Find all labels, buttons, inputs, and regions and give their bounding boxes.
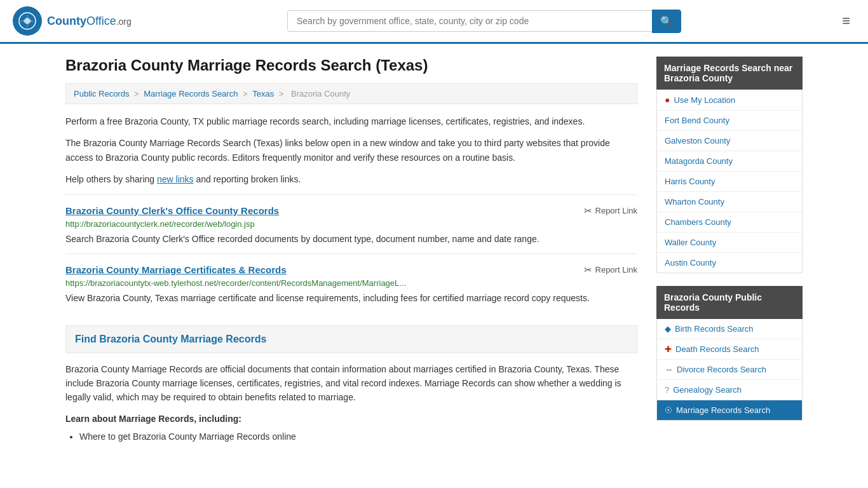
- sidebar-marriage-records[interactable]: ☉ Marriage Records Search: [657, 400, 802, 420]
- sidebar-item-matagorda[interactable]: Matagorda County: [657, 151, 802, 172]
- breadcrumb-public-records[interactable]: Public Records: [74, 89, 129, 98]
- record-link-1[interactable]: Brazoria County Marriage Certificates & …: [65, 264, 287, 275]
- record-item-header-0: Brazoria County Clerk's Office County Re…: [65, 205, 637, 217]
- sidebar-use-my-location[interactable]: ● Use My Location: [657, 90, 802, 111]
- new-links-link[interactable]: new links: [157, 174, 194, 184]
- logo-area: CountyOffice.org: [13, 6, 132, 36]
- search-button[interactable]: 🔍: [652, 10, 681, 33]
- breadcrumb-sep-3: >: [279, 89, 286, 98]
- sidebar-item-chambers[interactable]: Chambers County: [657, 212, 802, 233]
- report-link-label-0: Report Link: [595, 206, 637, 215]
- birth-icon: ◆: [665, 324, 671, 334]
- record-desc-0: Search Brazoria County Clerk's Office re…: [65, 233, 637, 246]
- sidebar-public-records-list: ◆ Birth Records Search ✚ Death Records S…: [656, 319, 803, 421]
- breadcrumb-sep-1: >: [134, 89, 141, 98]
- breadcrumb-marriage-records[interactable]: Marriage Records Search: [144, 89, 238, 98]
- desc-para-3-suffix: and reporting broken links.: [194, 174, 301, 184]
- galveston-link[interactable]: Galveston County: [665, 136, 730, 146]
- sidebar-item-austin[interactable]: Austin County: [657, 253, 802, 273]
- scissors-icon-0: ✂: [584, 205, 592, 217]
- desc-para-1: Perform a free Brazoria County, TX publi…: [65, 114, 637, 128]
- austin-link[interactable]: Austin County: [665, 258, 716, 268]
- birth-records-link[interactable]: Birth Records Search: [675, 324, 754, 334]
- location-icon: ●: [665, 95, 670, 105]
- divorce-records-link[interactable]: Divorce Records Search: [677, 365, 766, 374]
- use-my-location-link[interactable]: Use My Location: [674, 95, 735, 105]
- find-section-heading: Find Brazoria County Marriage Records: [75, 334, 628, 345]
- harris-link[interactable]: Harris County: [665, 177, 715, 186]
- find-section: Find Brazoria County Marriage Records: [65, 325, 637, 353]
- sidebar-item-galveston[interactable]: Galveston County: [657, 131, 802, 151]
- logo-text: CountyOffice.org: [47, 15, 132, 28]
- wharton-link[interactable]: Wharton County: [665, 197, 724, 207]
- sidebar-item-waller[interactable]: Waller County: [657, 233, 802, 253]
- sidebar-item-wharton[interactable]: Wharton County: [657, 192, 802, 212]
- search-icon: 🔍: [660, 16, 673, 27]
- sidebar-birth-records[interactable]: ◆ Birth Records Search: [657, 319, 802, 339]
- learn-heading: Learn about Marriage Records, including:: [65, 414, 637, 424]
- breadcrumb-sep-2: >: [243, 89, 250, 98]
- sidebar-genealogy[interactable]: ? Genealogy Search: [657, 380, 802, 400]
- desc-para-2: The Brazoria County Marriage Records Sea…: [65, 136, 637, 165]
- report-link-label-1: Report Link: [595, 265, 637, 274]
- learn-list-item-0: Where to get Brazoria County Marriage Re…: [79, 429, 637, 445]
- chambers-link[interactable]: Chambers County: [665, 217, 731, 227]
- logo-icon: [13, 6, 42, 36]
- hamburger-icon: ≡: [842, 13, 850, 29]
- scissors-icon-1: ✂: [584, 264, 592, 276]
- marriage-records-link[interactable]: Marriage Records Search: [676, 405, 770, 415]
- breadcrumb: Public Records > Marriage Records Search…: [65, 83, 637, 104]
- record-item-0: Brazoria County Clerk's Office County Re…: [65, 194, 637, 254]
- report-link-btn-1[interactable]: ✂ Report Link: [584, 264, 637, 276]
- breadcrumb-texas[interactable]: Texas: [252, 89, 274, 98]
- death-records-link[interactable]: Death Records Search: [675, 344, 759, 354]
- sidebar: Marriage Records Search near Brazoria Co…: [656, 57, 803, 445]
- sidebar-death-records[interactable]: ✚ Death Records Search: [657, 339, 802, 360]
- genealogy-link[interactable]: Genealogy Search: [673, 385, 742, 395]
- sidebar-public-records-title: Brazoria County Public Records: [656, 286, 803, 319]
- waller-link[interactable]: Waller County: [665, 238, 716, 247]
- record-item-header-1: Brazoria County Marriage Certificates & …: [65, 264, 637, 276]
- question-icon: ?: [665, 385, 669, 395]
- find-section-content: Brazoria County Marriage Records are off…: [65, 362, 637, 405]
- record-item-1: Brazoria County Marriage Certificates & …: [65, 254, 637, 313]
- record-url-1: https://brazoriacountytx-web.tylerhost.n…: [65, 278, 637, 288]
- sidebar-nearby-title: Marriage Records Search near Brazoria Co…: [656, 57, 803, 90]
- sidebar-nearby-list: ● Use My Location Fort Bend County Galve…: [656, 90, 803, 273]
- breadcrumb-county: Brazoria County: [291, 89, 350, 98]
- report-link-btn-0[interactable]: ✂ Report Link: [584, 205, 637, 217]
- record-link-0[interactable]: Brazoria County Clerk's Office County Re…: [65, 205, 279, 216]
- arrows-icon: ↔: [665, 365, 673, 374]
- fort-bend-link[interactable]: Fort Bend County: [665, 116, 729, 125]
- cross-icon: ✚: [665, 344, 672, 354]
- desc-para-3-prefix: Help others by sharing: [65, 174, 157, 184]
- record-desc-1: View Brazoria County, Texas marriage cer…: [65, 292, 637, 305]
- record-list: Brazoria County Clerk's Office County Re…: [65, 194, 637, 313]
- desc-para-3: Help others by sharing new links and rep…: [65, 172, 637, 186]
- site-header: CountyOffice.org 🔍 ≡: [0, 0, 868, 44]
- menu-button[interactable]: ≡: [837, 10, 855, 32]
- sidebar-item-fort-bend[interactable]: Fort Bend County: [657, 111, 802, 131]
- main-content: Brazoria County Marriage Records Search …: [65, 57, 637, 445]
- sidebar-item-harris[interactable]: Harris County: [657, 172, 802, 192]
- matagorda-link[interactable]: Matagorda County: [665, 156, 733, 166]
- search-input[interactable]: [287, 10, 652, 32]
- search-bar: 🔍: [287, 10, 681, 33]
- page-title: Brazoria County Marriage Records Search …: [65, 57, 637, 74]
- learn-list: Where to get Brazoria County Marriage Re…: [65, 429, 637, 445]
- content-wrapper: Brazoria County Marriage Records Search …: [53, 44, 815, 458]
- sidebar-divorce-records[interactable]: ↔ Divorce Records Search: [657, 360, 802, 380]
- marriage-icon: ☉: [665, 405, 672, 415]
- record-url-0: http://brazoriacountyclerk.net/recorder/…: [65, 219, 637, 229]
